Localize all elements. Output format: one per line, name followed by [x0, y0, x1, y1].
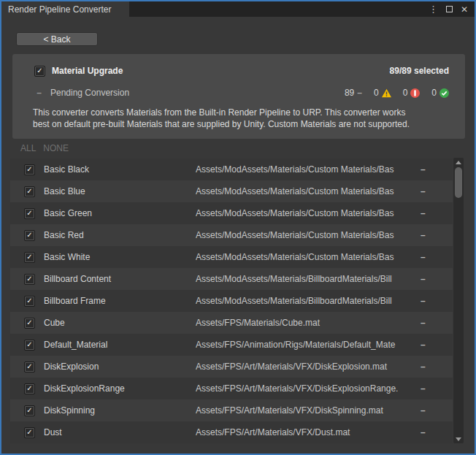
warning-icon — [382, 88, 391, 98]
material-path: Assets/FPS/Materials/Cube.mat — [196, 318, 418, 328]
row-checkbox[interactable]: ✓ — [24, 383, 35, 394]
row-status-dash: – — [418, 274, 453, 284]
check-icon: ✓ — [26, 232, 32, 239]
scroll-up-button[interactable] — [453, 158, 464, 167]
table-row[interactable]: ✓ Basic Green Assets/ModAssets/Materials… — [10, 202, 453, 224]
success-icon — [439, 88, 449, 98]
material-path: Assets/FPS/Art/Materials/VFX/DiskSpinnin… — [196, 405, 418, 416]
row-checkbox[interactable]: ✓ — [24, 208, 35, 219]
check-icon: ✓ — [26, 297, 32, 305]
scrollbar-thumb[interactable] — [455, 167, 462, 198]
row-status-dash: – — [418, 362, 453, 372]
close-icon[interactable]: ✕ — [461, 5, 468, 14]
materials-list: ✓ Basic Black Assets/ModAssets/Materials… — [10, 158, 453, 443]
titlebar: Render Pipeline Converter ⋮ ✕ — [1, 1, 475, 17]
row-checkbox[interactable]: ✓ — [24, 318, 35, 329]
material-name: Cube — [44, 318, 196, 328]
material-name: Billboard Frame — [44, 296, 196, 306]
table-row[interactable]: ✓ DiskSpinning Assets/FPS/Art/Materials/… — [10, 399, 453, 421]
material-path: Assets/ModAssets/Materials/Custom Materi… — [196, 230, 418, 240]
row-status-dash: – — [418, 340, 453, 350]
row-status-dash: – — [418, 318, 453, 328]
table-row[interactable]: ✓ Default_Material Assets/FPS/Animation/… — [10, 334, 453, 356]
table-row[interactable]: ✓ Billboard Frame Assets/ModAssets/Mater… — [10, 290, 453, 312]
material-name: DiskExplosionRange — [44, 383, 196, 394]
material-upgrade-checkbox[interactable]: ✓ — [34, 66, 45, 77]
material-name: Default_Material — [44, 340, 196, 350]
row-checkbox[interactable]: ✓ — [24, 252, 35, 263]
material-name: Basic Red — [44, 230, 196, 240]
check-icon: ✓ — [26, 341, 32, 348]
scroll-down-icon — [456, 437, 461, 441]
material-upgrade-panel: ✓ Material Upgrade 89/89 selected – Pend… — [12, 54, 465, 139]
select-all-button[interactable]: ALL — [20, 143, 36, 153]
material-path: Assets/FPS/Art/Materials/VFX/DiskExplosi… — [196, 362, 418, 372]
row-checkbox[interactable]: ✓ — [24, 164, 35, 175]
pending-dash-icon: – — [357, 88, 362, 98]
row-status-dash: – — [418, 252, 453, 262]
row-status-dash: – — [418, 405, 453, 416]
row-checkbox[interactable]: ✓ — [24, 405, 35, 416]
table-row[interactable]: ✓ Dust Assets/FPS/Art/Materials/VFX/Dust… — [10, 421, 453, 443]
check-icon: ✓ — [26, 363, 32, 370]
table-row[interactable]: ✓ Billboard Content Assets/ModAssets/Mat… — [10, 268, 453, 290]
row-checkbox[interactable]: ✓ — [24, 230, 35, 241]
table-row[interactable]: ✓ Basic Black Assets/ModAssets/Materials… — [10, 158, 453, 180]
material-name: Basic White — [44, 252, 196, 262]
tab-render-pipeline-converter[interactable]: Render Pipeline Converter — [1, 1, 129, 17]
material-name: Basic Green — [44, 208, 196, 218]
row-checkbox[interactable]: ✓ — [24, 340, 35, 351]
material-path: Assets/ModAssets/Materials/Custom Materi… — [196, 252, 418, 262]
scroll-down-button[interactable] — [453, 435, 464, 443]
check-icon: ✓ — [26, 429, 32, 436]
pending-count: 89 — [345, 88, 354, 98]
maximize-icon[interactable] — [446, 6, 453, 12]
table-row[interactable]: ✓ DiskExplosionRange Assets/FPS/Art/Mate… — [10, 378, 453, 399]
row-status-dash: – — [418, 186, 453, 196]
material-path: Assets/FPS/Art/Materials/VFX/Dust.mat — [196, 427, 418, 437]
select-none-button[interactable]: NONE — [43, 143, 69, 153]
row-status-dash: – — [418, 427, 453, 437]
converter-title: Material Upgrade — [52, 66, 123, 76]
row-checkbox[interactable]: ✓ — [24, 362, 35, 372]
check-icon: ✓ — [26, 210, 32, 217]
row-checkbox[interactable]: ✓ — [24, 296, 35, 307]
window-title: Render Pipeline Converter — [8, 4, 111, 15]
row-status-dash: – — [418, 230, 453, 240]
error-count: 0 — [403, 88, 408, 98]
check-icon: ✓ — [26, 253, 32, 261]
material-path: Assets/ModAssets/Materials/BillboardMate… — [196, 296, 418, 306]
row-checkbox[interactable]: ✓ — [24, 274, 35, 285]
check-icon: ✓ — [26, 275, 32, 283]
row-status-dash: – — [418, 164, 453, 175]
table-row[interactable]: ✓ Basic Red Assets/ModAssets/Materials/C… — [10, 224, 453, 246]
check-icon: ✓ — [26, 385, 32, 392]
row-status-dash: – — [418, 208, 453, 218]
description-line-2: best on default pre-built Materials that… — [33, 118, 449, 130]
success-count: 0 — [431, 88, 437, 98]
material-name: DiskExplosion — [44, 362, 196, 372]
check-icon: ✓ — [26, 188, 32, 195]
material-path: Assets/FPS/Animation/Rigs/Materials/Defa… — [196, 340, 418, 350]
table-row[interactable]: ✓ Basic White Assets/ModAssets/Materials… — [10, 246, 453, 268]
window-menu-icon[interactable]: ⋮ — [429, 4, 438, 14]
description-line-1: This converter converts Materials from t… — [33, 107, 449, 118]
scroll-up-icon — [456, 161, 461, 164]
row-checkbox[interactable]: ✓ — [24, 427, 35, 438]
render-pipeline-converter-window: Render Pipeline Converter ⋮ ✕ < Back ✓ M… — [0, 0, 476, 455]
material-name: Dust — [44, 427, 196, 437]
row-checkbox[interactable]: ✓ — [24, 186, 35, 197]
check-icon: ✓ — [37, 67, 42, 74]
table-row[interactable]: ✓ Basic Blue Assets/ModAssets/Materials/… — [10, 180, 453, 202]
material-path: Assets/ModAssets/Materials/Custom Materi… — [196, 186, 418, 196]
list-scrollbar[interactable] — [453, 158, 464, 443]
pending-minus-icon: – — [34, 88, 44, 98]
titlebar-spacer — [129, 1, 429, 17]
back-button[interactable]: < Back — [16, 32, 98, 46]
table-row[interactable]: ✓ Cube Assets/FPS/Materials/Cube.mat – — [10, 312, 453, 334]
material-name: Basic Blue — [44, 186, 196, 196]
warning-count: 0 — [374, 88, 379, 98]
table-row[interactable]: ✓ DiskExplosion Assets/FPS/Art/Materials… — [10, 356, 453, 378]
material-path: Assets/ModAssets/Materials/Custom Materi… — [196, 208, 418, 218]
material-path: Assets/ModAssets/Materials/BillboardMate… — [196, 274, 418, 284]
